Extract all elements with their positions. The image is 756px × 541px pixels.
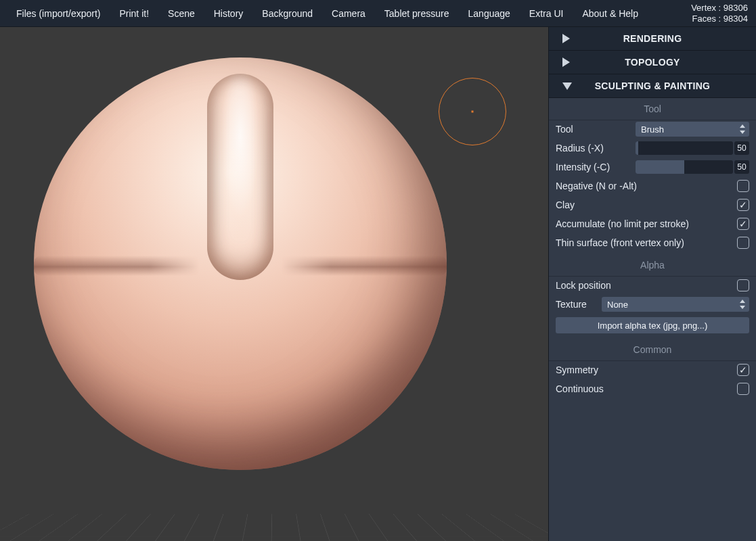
section-heading-alpha: Alpha bbox=[549, 254, 756, 277]
tool-label: Tool bbox=[556, 124, 630, 135]
menu-language[interactable]: Language bbox=[459, 0, 520, 27]
panel-sculpting-title: SCULPTING & PAINTING bbox=[595, 80, 711, 91]
intensity-value[interactable]: 50 bbox=[734, 160, 749, 174]
section-heading-tool: Tool bbox=[549, 98, 756, 120]
accumulate-label: Accumulate (no limit per stroke) bbox=[556, 218, 732, 229]
tool-section: Tool Brush Radius (-X) 50 Intensity (-C)… bbox=[549, 120, 756, 254]
texture-select[interactable]: None bbox=[602, 297, 749, 312]
chevron-right-icon bbox=[562, 57, 570, 67]
common-section: Symmetry Continuous bbox=[549, 361, 756, 400]
menu-about[interactable]: About & Help bbox=[573, 0, 648, 27]
radius-slider-fill bbox=[636, 141, 638, 155]
panel-rendering-title: RENDERING bbox=[623, 33, 682, 44]
menu-tablet[interactable]: Tablet pressure bbox=[375, 0, 459, 27]
menu-print[interactable]: Print it! bbox=[110, 0, 158, 27]
radius-value[interactable]: 50 bbox=[734, 141, 749, 155]
grid-floor bbox=[0, 514, 548, 541]
symmetry-label: Symmetry bbox=[556, 364, 732, 375]
continuous-checkbox[interactable] bbox=[737, 383, 749, 395]
panel-topology-header[interactable]: TOPOLOGY bbox=[549, 51, 756, 74]
face-count: Faces : 98304 bbox=[691, 14, 748, 24]
menu-history[interactable]: History bbox=[204, 0, 253, 27]
alpha-section: Lock position Texture None Import alpha … bbox=[549, 277, 756, 339]
panel-topology-title: TOPOLOGY bbox=[625, 57, 680, 68]
lock-position-checkbox[interactable] bbox=[737, 279, 749, 291]
menu-extra-ui[interactable]: Extra UI bbox=[520, 0, 573, 27]
menu-scene[interactable]: Scene bbox=[158, 0, 204, 27]
viewport-3d[interactable] bbox=[0, 27, 548, 541]
brush-cursor-icon bbox=[439, 78, 506, 145]
clay-label: Clay bbox=[556, 199, 732, 210]
intensity-slider-fill bbox=[636, 160, 684, 174]
clay-checkbox[interactable] bbox=[737, 199, 749, 211]
intensity-label: Intensity (-C) bbox=[556, 162, 630, 172]
continuous-label: Continuous bbox=[556, 383, 732, 394]
panel-sculpting-header[interactable]: SCULPTING & PAINTING bbox=[549, 74, 756, 98]
sculpt-mesh-sphere[interactable] bbox=[34, 57, 447, 470]
texture-label: Texture bbox=[556, 299, 596, 310]
section-heading-common: Common bbox=[549, 339, 756, 361]
negative-checkbox[interactable] bbox=[737, 180, 749, 192]
texture-select-value: None bbox=[607, 300, 628, 310]
thin-surface-checkbox[interactable] bbox=[737, 237, 749, 249]
panel-rendering-header[interactable]: RENDERING bbox=[549, 27, 756, 51]
radius-slider[interactable] bbox=[636, 141, 733, 155]
menu-background[interactable]: Background bbox=[252, 0, 322, 27]
chevron-right-icon bbox=[562, 34, 570, 43]
symmetry-checkbox[interactable] bbox=[737, 364, 749, 376]
tool-select-value: Brush bbox=[641, 124, 664, 135]
menu-files[interactable]: Files (import/export) bbox=[7, 0, 110, 27]
menubar: Files (import/export) Print it! Scene Hi… bbox=[0, 0, 756, 27]
vertex-count: Vertex : 98306 bbox=[691, 3, 748, 14]
radius-label: Radius (-X) bbox=[556, 143, 630, 154]
thin-surface-label: Thin surface (front vertex only) bbox=[556, 237, 732, 248]
mesh-stats: Vertex : 98306 Faces : 98304 bbox=[691, 0, 748, 27]
accumulate-checkbox[interactable] bbox=[737, 218, 749, 230]
side-panel: RENDERING TOPOLOGY SCULPTING & PAINTING … bbox=[548, 27, 756, 541]
menu-camera[interactable]: Camera bbox=[322, 0, 375, 27]
negative-label: Negative (N or -Alt) bbox=[556, 181, 732, 191]
lock-position-label: Lock position bbox=[556, 280, 732, 291]
chevron-down-icon bbox=[562, 83, 572, 90]
import-alpha-button[interactable]: Import alpha tex (jpg, png...) bbox=[556, 317, 749, 333]
tool-select[interactable]: Brush bbox=[636, 122, 749, 137]
intensity-slider[interactable] bbox=[636, 160, 733, 174]
